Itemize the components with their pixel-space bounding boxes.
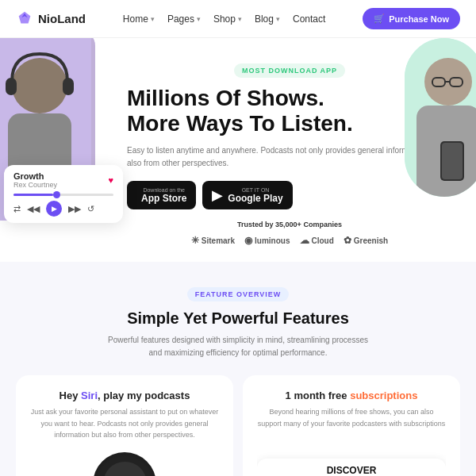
features-grid: Hey Siri, play my podcasts Just ask your…: [16, 375, 460, 476]
subscriptions-card-desc: Beyond hearing millions of free shows, y…: [257, 406, 446, 429]
play-button[interactable]: ▶: [46, 201, 62, 217]
discover-title: DISCOVER: [265, 465, 438, 476]
brand-logos: ✳Sitemark ◉luminous ☁Cloud ✿Greenish: [127, 235, 452, 246]
logo[interactable]: NioLand: [16, 10, 86, 28]
music-card: Growth Rex Courtney ♥ ⇄ ◀◀ ▶ ▶▶ ↺: [4, 165, 123, 223]
brand-greenish: ✿Greenish: [344, 235, 388, 246]
features-badge: FEATURE OVERVIEW: [187, 287, 290, 301]
next-button[interactable]: ▶▶: [68, 204, 81, 214]
music-controls: ⇄ ◀◀ ▶ ▶▶ ↺: [13, 201, 113, 217]
hero-person2-container: [405, 38, 476, 197]
trusted-text: Trusted by 35,000+ Companies: [127, 221, 452, 228]
siri-card-desc: Just ask your favorite personal assistan…: [30, 406, 219, 440]
features-title: Simple Yet Powerful Features: [16, 309, 460, 328]
features-subtitle: Powerful features designed with simplici…: [103, 334, 373, 359]
siri-inner-sphere: [103, 462, 147, 476]
siri-card-title: Hey Siri, play my podcasts: [30, 390, 219, 401]
feature-card-siri: Hey Siri, play my podcasts Just ask your…: [16, 375, 233, 476]
music-progress-bar[interactable]: [13, 194, 113, 196]
siri-sphere: [93, 452, 156, 476]
purchase-icon: 🛒: [374, 13, 385, 24]
nav-pages[interactable]: Pages ▾: [167, 13, 201, 25]
nav-contact[interactable]: Contact: [293, 13, 325, 25]
google-play-button[interactable]: ▶ GET IT ON Google Play: [202, 181, 292, 209]
svg-rect-6: [63, 78, 74, 95]
trusted-count: 35,000+: [275, 221, 301, 228]
svg-point-3: [12, 58, 67, 113]
brand-sitemark: ✳Sitemark: [191, 235, 235, 246]
features-section: FEATURE OVERVIEW Simple Yet Powerful Fea…: [0, 262, 476, 476]
loop-button[interactable]: ↺: [87, 204, 94, 214]
nav-shop[interactable]: Shop ▾: [213, 13, 242, 25]
svg-rect-5: [6, 78, 17, 95]
progress-thumb: [53, 191, 60, 198]
app-store-button[interactable]: Download on the App Store: [127, 181, 196, 209]
hero-right-image: [397, 38, 476, 213]
shuffle-button[interactable]: ⇄: [13, 204, 21, 214]
nav-blog[interactable]: Blog ▾: [255, 13, 280, 25]
brand-cloud: ☁Cloud: [300, 235, 334, 246]
hero-section: Growth Rex Courtney ♥ ⇄ ◀◀ ▶ ▶▶ ↺ MOST D…: [0, 38, 476, 262]
discover-card-container: DISCOVER 🔍 Find your favourite...: [257, 440, 446, 476]
logo-text: NioLand: [38, 12, 86, 25]
nav-links: Home ▾ Pages ▾ Shop ▾ Blog ▾ Contact: [123, 13, 325, 25]
music-artist: Rex Courtney: [13, 181, 57, 189]
favorite-icon[interactable]: ♥: [108, 175, 113, 185]
prev-button[interactable]: ◀◀: [27, 204, 40, 214]
purchase-button[interactable]: 🛒 Purchase Now: [363, 8, 460, 29]
feature-card-subscriptions: 1 month free subscriptions Beyond hearin…: [243, 375, 460, 476]
subscriptions-card-title: 1 month free subscriptions: [257, 390, 446, 401]
discover-card: DISCOVER 🔍 Find your favourite...: [257, 459, 446, 476]
brand-luminous: ◉luminous: [244, 235, 290, 246]
progress-fill: [13, 194, 53, 196]
music-title: Growth: [13, 171, 57, 181]
nav-home[interactable]: Home ▾: [123, 13, 155, 25]
google-play-icon: ▶: [212, 186, 223, 204]
svg-rect-14: [442, 143, 463, 179]
navbar: NioLand Home ▾ Pages ▾ Shop ▾ Blog ▾ Con…: [0, 0, 476, 38]
siri-visual: [30, 452, 219, 476]
hero-badge: MOST DOWNLOAD APP: [234, 63, 345, 78]
